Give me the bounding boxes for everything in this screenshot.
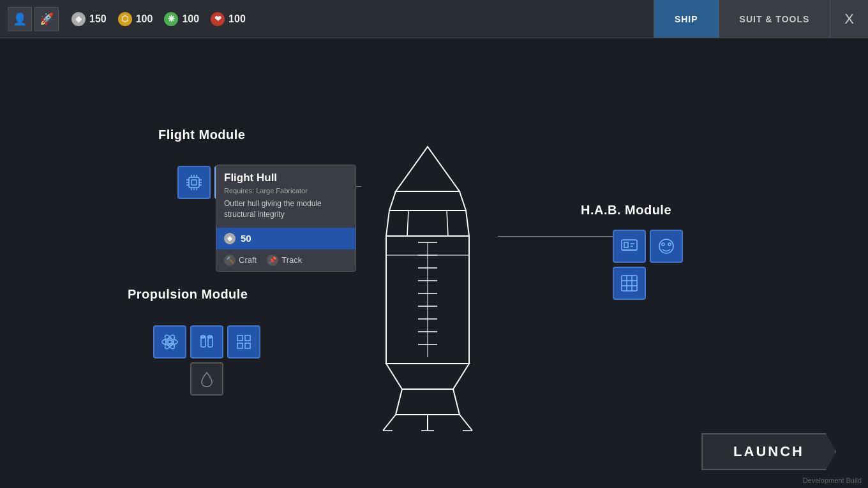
svg-rect-55 xyxy=(237,343,243,348)
resource-green: ❋ 100 xyxy=(164,12,199,26)
svg-point-63 xyxy=(662,243,664,246)
propulsion-item-atom[interactable] xyxy=(153,325,186,359)
ship-diagram xyxy=(357,140,498,447)
svg-rect-24 xyxy=(191,180,197,185)
svg-rect-53 xyxy=(237,336,243,341)
hab-module-label: H.A.B. Module xyxy=(581,203,671,218)
red-amount: 100 xyxy=(228,13,246,25)
craft-icon: 🔨 xyxy=(224,255,236,266)
popup-actions: 🔨 Craft 📌 Track xyxy=(216,249,355,271)
popup-requires-label: Requires: xyxy=(224,187,254,195)
hab-item-face[interactable] xyxy=(650,230,683,263)
silver-icon: ◆ xyxy=(71,12,86,26)
popup-requires: Requires: Large Fabricator xyxy=(216,187,355,198)
flight-hull-popup: Flight Hull Requires: Large Fabricator O… xyxy=(216,165,356,272)
popup-title: Flight Hull xyxy=(216,165,355,187)
hab-item-screen1[interactable] xyxy=(613,230,646,263)
popup-cost: ◆ 50 xyxy=(216,228,355,249)
propulsion-item-drop[interactable] xyxy=(190,362,223,396)
resource-gold: ⬡ 100 xyxy=(118,12,153,26)
hab-connector-line xyxy=(498,236,616,237)
svg-line-2 xyxy=(407,211,408,236)
hab-row2 xyxy=(613,267,683,300)
track-icon: 📌 xyxy=(267,255,278,266)
svg-line-0 xyxy=(389,191,396,211)
flight-item-circuit[interactable] xyxy=(177,166,211,199)
popup-cost-value: 50 xyxy=(241,233,251,244)
propulsion-item-cylinders[interactable] xyxy=(190,325,223,359)
svg-rect-56 xyxy=(245,343,250,348)
avatar-icon: 👤 xyxy=(8,7,32,31)
topbar-left: 👤 🚀 ◆ 150 ⬡ 100 ❋ 100 ❤ 100 xyxy=(0,7,253,31)
svg-point-45 xyxy=(168,340,172,344)
svg-line-1 xyxy=(460,191,466,211)
svg-line-15 xyxy=(383,415,396,431)
tab-ship[interactable]: SHIP xyxy=(654,0,719,38)
topbar: 👤 🚀 ◆ 150 ⬡ 100 ❋ 100 ❤ 100 SHIP SUIT & … xyxy=(0,0,868,38)
dev-build-label: Development Build xyxy=(803,477,862,484)
hab-module-items xyxy=(613,230,683,300)
propulsion-module-label: Propulsion Module xyxy=(128,287,248,302)
svg-line-3 xyxy=(447,211,448,236)
topbar-right: SHIP SUIT & TOOLS X xyxy=(654,0,868,38)
craft-button[interactable]: 🔨 Craft xyxy=(224,255,257,266)
svg-line-17 xyxy=(460,415,472,431)
craft-label: Craft xyxy=(239,255,257,265)
svg-rect-54 xyxy=(245,336,250,341)
hab-item-screen2[interactable] xyxy=(613,267,646,300)
flight-module-label: Flight Module xyxy=(158,128,245,142)
tab-suit-tools[interactable]: SUIT & TOOLS xyxy=(719,0,830,38)
svg-rect-59 xyxy=(624,242,628,248)
propulsion-module-items xyxy=(153,325,260,396)
launch-button[interactable]: LAUNCH xyxy=(701,433,836,470)
track-label: Track xyxy=(281,255,302,265)
red-icon: ❤ xyxy=(211,12,225,26)
popup-description: Outter hull giving the module structural… xyxy=(216,198,355,228)
popup-requires-value: Large Fabricator xyxy=(256,187,308,195)
propulsion-item-grid[interactable] xyxy=(227,325,260,359)
resource-group: ◆ 150 ⬡ 100 ❋ 100 ❤ 100 xyxy=(71,12,246,26)
propulsion-row1 xyxy=(153,325,260,359)
track-button[interactable]: 📌 Track xyxy=(267,255,302,266)
main-content: Flight Module xyxy=(0,38,868,488)
svg-rect-65 xyxy=(622,276,637,291)
gold-amount: 100 xyxy=(136,13,153,25)
popup-cost-icon: ◆ xyxy=(224,233,236,244)
resource-silver: ◆ 150 xyxy=(71,12,107,26)
close-button[interactable]: X xyxy=(830,0,868,38)
gold-icon: ⬡ xyxy=(118,12,132,26)
resource-red: ❤ 100 xyxy=(211,12,246,26)
hab-row1 xyxy=(613,230,683,263)
propulsion-row2 xyxy=(153,362,260,396)
svg-point-64 xyxy=(668,243,671,246)
green-icon: ❋ xyxy=(164,12,178,26)
rocket-icon: 🚀 xyxy=(34,7,59,31)
svg-rect-23 xyxy=(189,177,199,188)
silver-amount: 150 xyxy=(89,13,107,25)
green-amount: 100 xyxy=(182,13,199,25)
